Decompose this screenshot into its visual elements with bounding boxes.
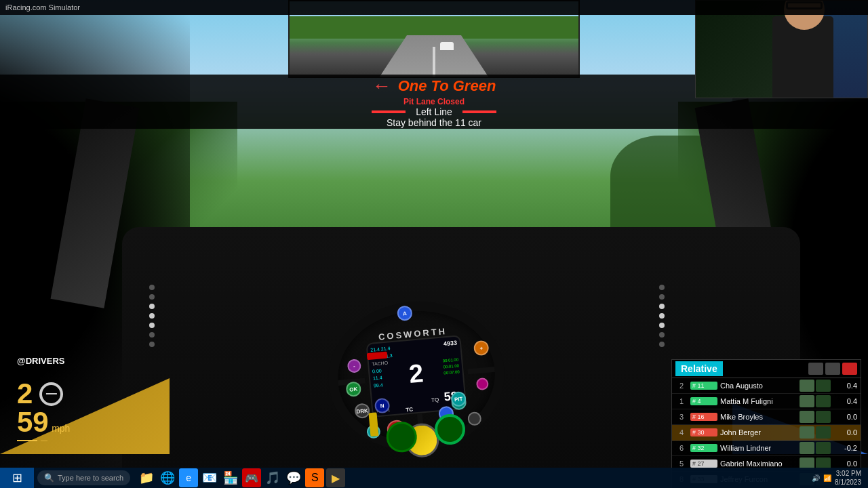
relative-row-2: 3 # 16 Mike Broyles 0.0 [672,409,861,425]
taskbar-app-5[interactable]: 🏪 [221,468,240,487]
relative-title: Relative [675,361,723,376]
taskbar-app-3[interactable]: e [179,468,198,487]
gear-indicator: 2 [17,380,33,408]
speed-display: 2 59 mph — [17,380,70,444]
rel-name-3: John Berger [720,428,797,436]
rel-pos-2: 3 [675,413,688,421]
sw-position: 2 [408,360,424,387]
red-bar-left [372,110,406,113]
dot-3 [149,304,155,309]
rel-icon-b-2 [816,411,831,423]
taskbar-app-6[interactable]: 🎮 [242,468,261,487]
search-icon: 🔍 [44,473,54,483]
speed-line-bar [17,440,37,441]
rel-pos-0: 2 [675,382,688,390]
gear-speed-row: 2 [17,380,70,408]
steering-wheel: 21.4 21.4 -21.3 21.3 TACHO 0.00 11.4 99.… [322,294,511,458]
indicator-dots-left [149,285,155,347]
game-view: 21.4 21.4 -21.3 21.3 TACHO 0.00 11.4 99.… [0,0,868,488]
left-line-text: Left Line [416,106,452,117]
rel-val-2: 0.0 [833,413,857,421]
direction-arrow: ← [372,75,391,97]
taskbar-app-10[interactable]: ▶ [326,468,345,487]
rel-name-2: Mike Broyles [720,413,797,421]
rel-icon-b-4 [816,442,831,454]
title-bar: iRacing.com Simulator [0,0,868,15]
rel-icon-a-1 [800,395,814,407]
rel-num-5: # 27 [690,460,717,468]
title-text: iRacing.com Simulator [5,3,80,12]
rel-val-5: 0.0 [833,460,857,468]
rel-icons-4 [800,442,831,454]
rel-pos-4: 6 [675,444,688,452]
relative-panel-header-row: Relative [672,360,861,378]
rel-icon-red[interactable] [842,363,857,375]
dot-r6 [659,332,665,338]
rel-val-1: 0.4 [833,397,857,405]
cam-car-ahead [440,42,454,50]
rel-icon-b-0 [816,380,831,392]
taskbar-app-9[interactable]: S [305,468,324,487]
search-placeholder: Type here to search [58,474,123,482]
taskbar-app-4[interactable]: 📧 [200,468,219,487]
sw-tc-label: TC [406,407,413,413]
taskbar-app-8[interactable]: 💬 [284,468,303,487]
dot-1 [149,285,155,290]
start-button[interactable]: ⊞ [0,468,34,488]
rel-num-2: # 16 [690,413,717,421]
rel-icon-a-4 [800,442,814,454]
webcam-background [696,1,867,98]
rel-name-5: Gabriel Maximiano [720,460,797,468]
dot-r7 [659,342,665,347]
left-line-row: Left Line [372,106,496,117]
rel-icon-a-2 [800,411,814,423]
dot-r4 [659,313,665,319]
one-to-green-container: ← One To Green Pit Lane Closed Left Line… [372,75,496,128]
relative-row-0: 2 # 11 Cha Augusto 0.4 [672,378,861,394]
search-bar[interactable]: 🔍 Type here to search [37,470,130,485]
sw-tq-btn: TQ [431,396,439,403]
rel-icon-a-3 [800,426,814,439]
rel-name-0: Cha Augusto [720,382,797,390]
dot-7 [149,342,155,347]
speed-dash: — [41,436,47,444]
red-bar-right [462,110,496,113]
rel-num-3: # 30 [690,428,717,436]
relative-row-1: 1 # 4 Mattia M Fuligni 0.4 [672,394,861,409]
rel-num-1: # 4 [690,397,717,405]
rel-icon-b-3 [816,426,831,439]
rel-pos-5: 5 [675,460,688,468]
taskbar: ⊞ 🔍 Type here to search 📁 🌐 e 📧 🏪 🎮 🎵 💬 … [0,468,868,488]
taskbar-tray: 🔊 📶 3:02 PM 8/1/2023 [805,469,868,487]
stay-behind-text: Stay behind the 11 car [387,117,481,128]
rel-pos-3: 4 [675,428,688,436]
rel-icon-a-0 [800,380,814,392]
one-to-green-row: ← One To Green [372,75,496,97]
windows-icon: ⊞ [12,470,22,485]
relative-row-3: 4 # 30 John Berger 0.0 [672,425,861,441]
rel-icons-1 [800,395,831,407]
pit-lane-closed-text: Pit Lane Closed [403,97,465,106]
dot-r3 [659,304,665,309]
dot-4 [149,313,155,319]
taskbar-app-7[interactable]: 🎵 [263,468,282,487]
rel-pos-1: 1 [675,397,688,405]
indicator-dots-right [659,285,665,347]
clock-display: 3:02 PM 8/1/2023 [835,469,861,487]
rel-name-1: Mattia M Fuligni [720,397,797,405]
dot-r2 [659,294,665,300]
rel-icon-1[interactable] [808,363,823,375]
rel-icons-3 [800,426,831,439]
speed-row: 59 mph [17,408,70,436]
tray-icon-1: 🔊 [812,474,820,482]
taskbar-app-2[interactable]: 🌐 [158,468,177,487]
sw-rpm: 4933 [443,340,458,348]
taskbar-app-1[interactable]: 📁 [137,468,156,487]
rel-name-4: William Lindner [720,444,797,452]
rel-icon-b-1 [816,395,831,407]
rel-icon-2[interactable] [825,363,840,375]
rel-val-4: -0.2 [833,444,857,452]
dot-r1 [659,285,665,290]
speed-unit: mph [52,423,70,434]
steering-icon [39,382,63,406]
